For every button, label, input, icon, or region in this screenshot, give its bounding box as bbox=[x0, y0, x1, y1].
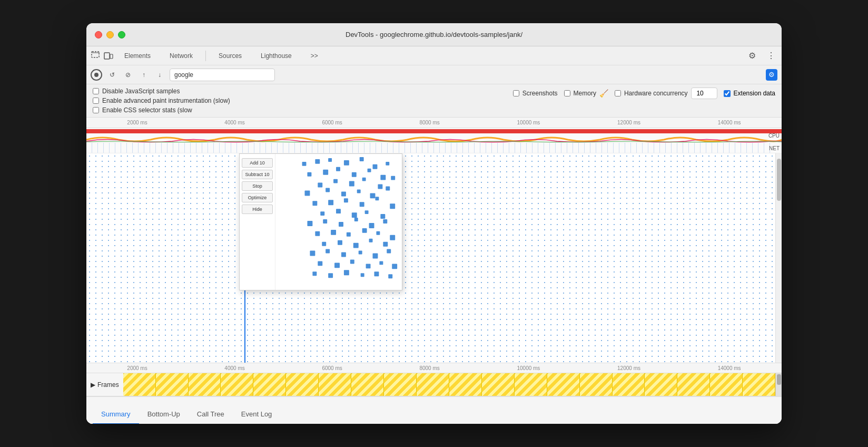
add-10-button[interactable]: Add 10 bbox=[242, 158, 273, 168]
scrollbar[interactable] bbox=[775, 153, 782, 363]
svg-rect-47 bbox=[331, 230, 336, 235]
minimize-button[interactable] bbox=[106, 31, 114, 38]
frame-block-8 bbox=[351, 373, 384, 396]
scatter-chart bbox=[275, 154, 402, 290]
svg-rect-33 bbox=[375, 197, 379, 200]
hide-button[interactable]: Hide bbox=[242, 205, 273, 214]
tab-summary[interactable]: Summary bbox=[93, 406, 139, 424]
b-mark-4000: 4000 ms bbox=[224, 365, 244, 371]
devtools-window: DevTools - googlechrome.github.io/devtoo… bbox=[86, 23, 782, 424]
mark-8000: 8000 ms bbox=[419, 120, 439, 125]
b-mark-8000: 8000 ms bbox=[419, 365, 439, 371]
frame-block-15 bbox=[580, 373, 613, 396]
hardware-checkbox[interactable] bbox=[615, 90, 621, 96]
enable-css-text: Enable CSS selector stats (slow bbox=[102, 106, 192, 114]
tab-elements[interactable]: Elements bbox=[116, 49, 159, 63]
svg-rect-51 bbox=[390, 235, 395, 240]
extension-checkbox[interactable] bbox=[724, 90, 731, 97]
svg-rect-52 bbox=[322, 242, 326, 246]
options-row: Disable JavaScript samples Enable advanc… bbox=[86, 84, 782, 118]
frames-text: Frames bbox=[97, 381, 119, 388]
hardware-value[interactable]: 10 bbox=[691, 88, 717, 99]
upload-button[interactable]: ↑ bbox=[138, 69, 150, 81]
frame-block-19 bbox=[710, 373, 743, 396]
frame-block-1 bbox=[123, 373, 156, 396]
scrollbar-thumb[interactable] bbox=[777, 159, 781, 201]
frame-block-13 bbox=[515, 373, 547, 396]
cpu-row: CPU bbox=[86, 128, 782, 143]
tab-lighthouse[interactable]: Lighthouse bbox=[252, 49, 300, 63]
url-input[interactable]: google bbox=[170, 69, 275, 81]
frames-content bbox=[123, 373, 775, 396]
mark-14000: 14000 ms bbox=[718, 120, 741, 125]
memory-label[interactable]: Memory 🧹 bbox=[564, 89, 608, 98]
settings-blue-icon[interactable]: ⚙ bbox=[766, 69, 777, 81]
svg-rect-14 bbox=[352, 172, 357, 177]
svg-rect-41 bbox=[323, 219, 327, 224]
svg-rect-42 bbox=[339, 222, 343, 227]
disable-js-checkbox[interactable] bbox=[93, 88, 99, 94]
svg-rect-16 bbox=[380, 175, 386, 180]
frames-scrollbar-thumb[interactable] bbox=[777, 374, 781, 385]
select-element-icon[interactable] bbox=[91, 51, 101, 61]
enable-paint-text: Enable advanced paint instrumentation (s… bbox=[102, 97, 230, 104]
svg-rect-60 bbox=[359, 251, 362, 255]
stop-button[interactable]: Stop bbox=[242, 181, 273, 191]
title-bar: DevTools - googlechrome.github.io/devtoo… bbox=[86, 23, 782, 46]
frames-triangle-icon[interactable]: ▶ bbox=[91, 381, 95, 388]
tab-sources[interactable]: Sources bbox=[210, 49, 250, 63]
enable-css-label[interactable]: Enable CSS selector stats (slow bbox=[93, 106, 230, 114]
tab-network[interactable]: Network bbox=[161, 49, 201, 63]
close-button[interactable] bbox=[95, 31, 102, 38]
top-tab-bar: Elements Network Sources Lighthouse >> ⚙… bbox=[86, 46, 782, 65]
svg-rect-37 bbox=[352, 212, 357, 218]
svg-rect-22 bbox=[391, 176, 395, 180]
frames-scrollbar[interactable] bbox=[775, 373, 782, 396]
clear-button[interactable]: ⊘ bbox=[122, 69, 134, 81]
maximize-button[interactable] bbox=[118, 31, 125, 38]
reload-button[interactable]: ↺ bbox=[106, 69, 118, 81]
svg-rect-29 bbox=[312, 201, 317, 206]
tab-event-log[interactable]: Event Log bbox=[233, 406, 281, 424]
main-timeline[interactable]: Add 10 Subtract 10 Stop Optimize Hide bbox=[86, 153, 782, 363]
timeline-ruler-top: 2000 ms 4000 ms 6000 ms 8000 ms 10000 ms… bbox=[86, 118, 782, 128]
memory-checkbox[interactable] bbox=[564, 90, 570, 96]
enable-paint-label[interactable]: Enable advanced paint instrumentation (s… bbox=[93, 97, 230, 104]
settings-icon[interactable]: ⚙ bbox=[746, 50, 758, 62]
svg-rect-48 bbox=[347, 232, 351, 237]
screenshots-label[interactable]: Screenshots bbox=[513, 90, 558, 97]
b-mark-6000: 6000 ms bbox=[322, 365, 342, 371]
tab-more[interactable]: >> bbox=[302, 49, 327, 63]
svg-rect-58 bbox=[326, 249, 330, 254]
svg-rect-26 bbox=[357, 189, 361, 193]
record-button[interactable] bbox=[91, 69, 102, 81]
download-button[interactable]: ↓ bbox=[154, 69, 165, 81]
enable-paint-checkbox[interactable] bbox=[93, 98, 99, 104]
frame-block-18 bbox=[677, 373, 710, 396]
disable-js-label[interactable]: Disable JavaScript samples bbox=[93, 88, 230, 95]
svg-rect-23 bbox=[305, 190, 310, 196]
svg-rect-7 bbox=[344, 160, 349, 166]
svg-rect-40 bbox=[307, 221, 312, 226]
tab-bottom-up[interactable]: Bottom-Up bbox=[139, 406, 189, 424]
optimize-button[interactable]: Optimize bbox=[242, 193, 273, 202]
svg-rect-68 bbox=[392, 264, 397, 269]
memory-text: Memory bbox=[574, 90, 596, 97]
svg-rect-5 bbox=[315, 159, 320, 164]
more-options-icon[interactable]: ⋮ bbox=[765, 50, 777, 62]
svg-rect-56 bbox=[383, 242, 388, 247]
screenshots-text: Screenshots bbox=[522, 90, 558, 97]
device-mode-icon[interactable] bbox=[103, 51, 114, 61]
enable-css-checkbox[interactable] bbox=[93, 107, 99, 113]
tab-call-tree[interactable]: Call Tree bbox=[189, 406, 233, 424]
tab-bottom-up-label: Bottom-Up bbox=[147, 410, 180, 418]
screenshots-checkbox[interactable] bbox=[513, 90, 519, 96]
svg-rect-18 bbox=[333, 179, 338, 183]
svg-rect-30 bbox=[328, 200, 333, 205]
subtract-10-button[interactable]: Subtract 10 bbox=[242, 170, 273, 179]
svg-rect-66 bbox=[366, 264, 371, 268]
svg-rect-57 bbox=[310, 251, 315, 256]
svg-rect-69 bbox=[312, 271, 317, 276]
svg-rect-62 bbox=[387, 249, 391, 254]
hardware-label[interactable]: Hardware concurrency bbox=[615, 90, 688, 97]
